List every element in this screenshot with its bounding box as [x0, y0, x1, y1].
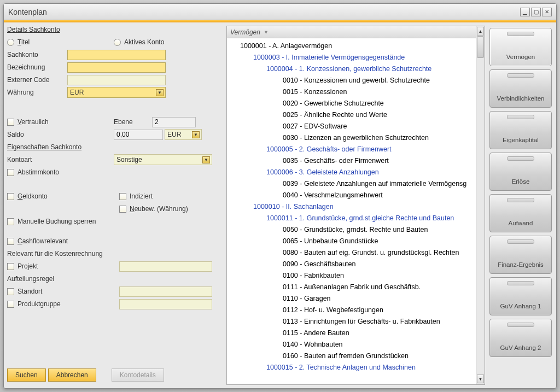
tree-node[interactable]: 0020 - Gewerbliche Schutzrechte [227, 98, 476, 109]
tree-node[interactable]: 0115 - Andere Bauten [227, 327, 476, 339]
chk-produkt[interactable] [7, 301, 14, 308]
drawer-tab[interactable]: Eigenkaptital [489, 111, 552, 149]
chevron-down-icon: ▼ [156, 89, 164, 96]
input-bezeichnung[interactable] [67, 62, 166, 73]
chk-produkt-label: Produktgruppe [18, 300, 61, 308]
lbl-externer: Externer Code [7, 76, 67, 84]
chk-indiziert[interactable] [119, 193, 126, 200]
chk-projekt[interactable] [7, 263, 14, 270]
drawer-label: Vermögen [506, 54, 535, 60]
titlebar: Kontenplan ▁ ▢ ✕ [4, 4, 556, 20]
tree-node[interactable]: 0080 - Bauten auf eig. Grundst. u. grund… [227, 247, 476, 259]
minimize-button[interactable]: ▁ [520, 8, 530, 16]
drawer-handle-icon [507, 115, 534, 119]
drawer-tab[interactable]: Aufwand [489, 194, 552, 232]
chevron-down-icon: ▼ [192, 131, 200, 138]
chk-projekt-label: Projekt [18, 262, 38, 270]
input-sachkonto[interactable] [67, 50, 166, 60]
tree-node[interactable]: 0111 - Außenanlagen Fabrik und Geschäfts… [227, 282, 476, 293]
drawer-handle-icon [507, 198, 534, 202]
select-kontoart[interactable]: Sonstige ▼ [114, 154, 212, 165]
select-saldo-cur-value: EUR [167, 131, 181, 138]
input-produkt[interactable] [119, 299, 212, 309]
input-standort[interactable] [119, 286, 212, 297]
maximize-button[interactable]: ▢ [531, 8, 541, 16]
scroll-thumb[interactable] [477, 36, 484, 58]
tree-node[interactable]: 0050 - Grundstücke, grndst. Rechte und B… [227, 224, 476, 236]
chk-geld[interactable] [7, 193, 14, 200]
radio-aktiv-label: Aktives Konto [124, 38, 164, 46]
drawer-label: Eigenkaptital [503, 137, 539, 143]
tree-node[interactable]: 0090 - Geschäftsbauten [227, 259, 476, 270]
scroll-down-icon[interactable]: ▼ [477, 375, 484, 383]
tree-node[interactable]: 0140 - Wohnbauten [227, 339, 476, 350]
close-button[interactable]: ✕ [542, 8, 552, 16]
lbl-ebene: Ebene [114, 118, 152, 126]
tree-node[interactable]: 1000004 - 1. Konzessionen, gewerbliche S… [227, 63, 476, 75]
chk-standort[interactable] [7, 288, 14, 295]
tree-node[interactable]: 1000005 - 2. Geschäfts- oder Firmenwert [227, 144, 476, 155]
lbl-aufteilung: Aufteilungsregel [7, 275, 54, 283]
chk-neubew[interactable] [119, 206, 126, 213]
drawer-label: GuV Anhang 1 [500, 303, 541, 309]
lbl-saldo: Saldo [7, 131, 114, 138]
chk-vertraulich[interactable] [7, 119, 14, 126]
input-projekt[interactable] [119, 261, 212, 272]
tree-node[interactable]: 1000006 - 3. Geleistete Anzahlungen [227, 167, 476, 178]
input-saldo[interactable] [114, 130, 163, 140]
chk-abstimm[interactable] [7, 169, 14, 176]
tree-node[interactable]: 0025 - Ähnliche Rechte und Werte [227, 109, 476, 121]
input-externer[interactable] [67, 75, 166, 85]
drawer-handle-icon [507, 73, 534, 78]
tree-node[interactable]: 0100 - Fabrikbauten [227, 270, 476, 282]
drawer-tab[interactable]: Verbindlichkeiten [489, 69, 552, 108]
drawer-handle-icon [507, 239, 534, 244]
tree-node[interactable]: 0110 - Garagen [227, 293, 476, 305]
drawer-tab[interactable]: Erlöse [489, 153, 552, 191]
scroll-up-icon[interactable]: ▲ [477, 27, 484, 36]
btn-kontodetails: Kontodetails [112, 368, 164, 382]
tree-node[interactable]: 1000010 - II. Sachanlagen [227, 201, 476, 213]
input-ebene[interactable] [152, 117, 196, 127]
tree-header: Vermögen ▼ [227, 26, 476, 38]
drawer-tab[interactable]: Vermögen [489, 28, 552, 66]
drawer-label: Erlöse [512, 178, 530, 185]
tree-node[interactable]: 0015 - Konzessionen [227, 86, 476, 98]
drawer-handle-icon [507, 32, 534, 36]
drawer-tab[interactable]: Finanz-Ergebnis [489, 236, 552, 274]
radio-titel[interactable] [7, 39, 14, 46]
tree-node[interactable]: 1000011 - 1. Grundstücke, grnd.st.gleich… [227, 213, 476, 224]
drawer-handle-icon [507, 156, 534, 161]
tree-scrollbar[interactable]: ▲ ▼ [476, 26, 485, 384]
tree-body[interactable]: 1000001 - A. Anlagevermögen1000003 - I. … [227, 38, 476, 384]
tree-node[interactable]: 0160 - Bauten auf fremden Grundstücken [227, 350, 476, 362]
tree-node[interactable]: 0027 - EDV-Software [227, 121, 476, 132]
tabs-panel: VermögenVerbindlichkeitenEigenkaptitalEr… [488, 26, 553, 385]
radio-aktiv[interactable] [114, 39, 121, 46]
tree-node[interactable]: 1000001 - A. Anlagevermögen [227, 40, 476, 52]
tree-node[interactable]: 0035 - Geschäfts- oder Firmenwert [227, 155, 476, 167]
section-eigenschaften: Eigenschaften Sachkonto [7, 143, 223, 151]
select-waehrung[interactable]: EUR ▼ [67, 87, 166, 98]
tree-node[interactable]: 1000015 - 2. Technische Anlagen und Masc… [227, 362, 476, 373]
tree-node[interactable]: 0039 - Geleistete Anzahlungen auf immate… [227, 178, 476, 190]
chk-cashflow[interactable] [7, 238, 14, 245]
tree-node[interactable]: 0065 - Unbebaute Grundstücke [227, 236, 476, 247]
tree-node[interactable]: 0030 - Lizenzen an gewerblichen Schutzre… [227, 132, 476, 144]
drawer-handle-icon [507, 281, 534, 285]
tree-node[interactable]: 0113 - Einrichtungen für Geschäfts- u. F… [227, 316, 476, 327]
drawer-tab[interactable]: GuV Anhang 2 [489, 319, 552, 357]
tree-node[interactable]: 1000003 - I. Immaterielle Vermögensgegen… [227, 52, 476, 63]
btn-abbrechen[interactable]: Abbrechen [48, 368, 96, 382]
btn-suchen[interactable]: Suchen [7, 368, 46, 382]
tree-node[interactable]: 0112 - Hof- u. Wegbefestigungen [227, 305, 476, 316]
chevron-down-icon[interactable]: ▼ [264, 30, 269, 35]
chk-manuell[interactable] [7, 218, 14, 225]
left-panel: Details Sachkonto Titel Aktives Konto Sa… [7, 26, 223, 385]
tree-node[interactable]: 0040 - Verschmelzungsmehrwert [227, 190, 476, 201]
drawer-tab[interactable]: GuV Anhang 1 [489, 277, 552, 315]
tree-node[interactable]: 0010 - Konzessionen und gewerbl. Schutzr… [227, 75, 476, 86]
window-title: Kontenplan [8, 8, 47, 16]
drawer-label: Verbindlichkeiten [497, 95, 545, 102]
select-saldo-cur[interactable]: EUR ▼ [165, 129, 202, 140]
